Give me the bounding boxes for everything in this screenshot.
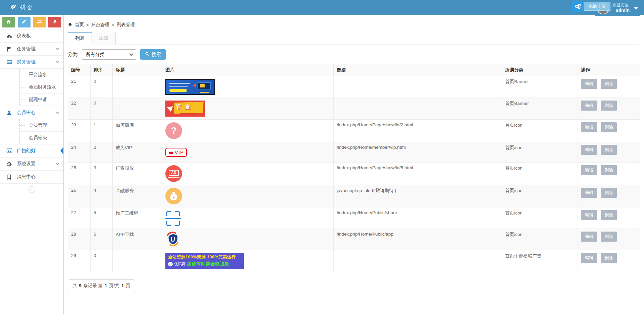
cell-id: 24 — [68, 142, 91, 163]
col-actions: 操作 — [578, 64, 640, 76]
tab-list[interactable]: 列表 — [68, 32, 92, 45]
finance-submenu: 平台流水 会员财务流水 提现申请 — [0, 68, 63, 106]
sidebar-item-dashboard[interactable]: 仪表板 — [0, 29, 63, 42]
sidebar-item-ad-slides[interactable]: 广告幻灯 — [0, 144, 63, 157]
cell-title: 成为VIP — [113, 142, 162, 163]
sidebar-item-label: 系统设置 — [17, 161, 52, 167]
edit-button[interactable]: 编辑 — [581, 165, 597, 175]
sidebar-item-finance[interactable]: 财务管理 — [0, 55, 63, 68]
sidebar-item-system-settings[interactable]: 系统设置 — [0, 157, 63, 170]
cell-link: /index.php/Home/Public/app — [334, 229, 502, 250]
chevron-down-icon — [129, 52, 133, 56]
breadcrumb-admin[interactable]: 后台管理 — [91, 22, 109, 28]
cell-id: 21 — [68, 76, 91, 98]
drag-upload-label[interactable]: 拖拽上传 — [584, 2, 610, 11]
cell-actions: 编辑 删除 — [578, 76, 640, 98]
edit-button[interactable]: 编辑 — [581, 210, 597, 220]
table-row: 25 3 广告投放 AD /index.php/Home/Page/show/i… — [68, 163, 640, 185]
breadcrumb-list-management[interactable]: 列表管理 — [117, 22, 135, 28]
chevron-down-icon — [56, 110, 59, 114]
leaf-logo-icon — [9, 3, 17, 12]
main-content: 首页 > 后台管理 > 列表管理 列表 添加 分类: 所有分类 搜索 编号 排序… — [64, 15, 644, 314]
member-submenu: 会员管理 会员等级 — [0, 119, 63, 144]
caret-down-icon[interactable] — [634, 7, 638, 9]
cell-actions: 编辑 删除 — [578, 207, 640, 229]
delete-button[interactable]: 删除 — [601, 79, 617, 89]
edit-button[interactable]: 编辑 — [581, 232, 597, 242]
sidebar-menu: 仪表板 任务管理 财务管理 平台流水 会员财务流水 提现申请 会员中心 — [0, 29, 63, 184]
pagination-text: 页 — [126, 283, 130, 288]
quick-notifications-button[interactable] — [48, 17, 61, 27]
edit-button[interactable]: 编辑 — [581, 188, 597, 198]
cell-category: 首页icon — [502, 120, 578, 142]
sidebar-item-tasks[interactable]: 任务管理 — [0, 42, 63, 55]
search-button[interactable]: 搜索 — [140, 49, 166, 60]
cell-link — [334, 76, 502, 98]
cell-link: /index.php/Home/member/vip.html — [334, 142, 502, 163]
home-icon — [68, 22, 72, 28]
col-category: 所属分类 — [502, 64, 578, 76]
quick-edit-button[interactable] — [18, 17, 31, 27]
users-icon — [37, 19, 42, 26]
cell-sort: 6 — [91, 229, 113, 250]
delete-button[interactable]: 删除 — [601, 210, 617, 220]
cell-actions: 编辑 删除 — [578, 229, 640, 250]
delete-button[interactable]: 删除 — [601, 253, 617, 263]
delete-button[interactable]: 删除 — [601, 232, 617, 242]
cell-id: 29 — [68, 250, 91, 272]
breadcrumb-home[interactable]: 首页 — [75, 22, 84, 28]
table-row: 24 2 成为VIP VIP /index.php/Home/member/vi… — [68, 142, 640, 163]
sidebar-item-label: 财务管理 — [17, 59, 52, 65]
pagination-current-page: 1 — [104, 283, 108, 288]
delete-button[interactable]: 删除 — [601, 145, 617, 155]
tab-bar: 列表 添加 — [67, 32, 639, 45]
pagination-text: 页/共 — [109, 283, 119, 288]
edit-button[interactable]: 编辑 — [581, 101, 597, 111]
question-circle-icon: ? — [165, 122, 182, 139]
sidebar-collapse-row: « — [0, 184, 63, 196]
sidebar-collapse-button[interactable]: « — [29, 186, 35, 193]
sidebar-item-member-center[interactable]: 会员中心 — [0, 106, 63, 119]
quick-users-button[interactable] — [33, 17, 46, 27]
breadcrumb-separator: > — [86, 22, 89, 27]
sidebar-item-label: 消息中心 — [17, 174, 59, 180]
cell-actions: 编辑 删除 — [578, 120, 640, 142]
table-row: 21 0 首页Banner 编辑 删除 — [68, 76, 640, 98]
cell-title: 金融服务 — [113, 185, 162, 207]
cell-id: 26 — [68, 185, 91, 207]
search-button-label: 搜索 — [152, 52, 161, 58]
drag-upload-widget[interactable]: 拖拽上传 — [572, 1, 610, 12]
cell-title: 如何赚佣 — [113, 120, 162, 142]
delete-button[interactable]: 删除 — [601, 165, 617, 175]
edit-button[interactable]: 编辑 — [581, 253, 597, 263]
gauge-icon — [6, 33, 12, 39]
cell-id: 22 — [68, 98, 91, 120]
edit-button[interactable]: 编辑 — [581, 79, 597, 89]
table-row: 28 6 APP下载 U /index.php/Home/Public/a — [68, 229, 640, 250]
filter-row: 分类: 所有分类 搜索 — [68, 49, 639, 60]
svg-text:¥: ¥ — [173, 195, 175, 199]
delete-button[interactable]: 删除 — [601, 188, 617, 198]
active-item-arrow — [60, 147, 63, 154]
delete-button[interactable]: 删除 — [601, 101, 617, 111]
col-id: 编号 — [68, 64, 91, 76]
cell-id: 23 — [68, 120, 91, 142]
quick-home-button[interactable] — [2, 17, 15, 27]
table-row: 29 0 全站资源100%亲测 100%完美运行 u 优码网 搭建有问题全额退款 — [68, 250, 640, 272]
brand-title: 抖金 — [20, 3, 33, 12]
pagination-text: 第 — [98, 283, 103, 288]
cloud-share-icon[interactable] — [572, 1, 584, 12]
brand[interactable]: 抖金 — [9, 0, 33, 15]
edit-button[interactable]: 编辑 — [581, 145, 597, 155]
pagination-total-pages: 1 — [121, 283, 125, 288]
cell-actions: 编辑 删除 — [578, 142, 640, 163]
tab-add[interactable]: 添加 — [92, 32, 116, 45]
sidebar-item-message-center[interactable]: 消息中心 — [0, 170, 63, 183]
cell-link: javascript:sp_alert('敬请期待') — [334, 185, 502, 207]
pencil-icon — [21, 19, 26, 25]
table-body: 21 0 首页Banner 编辑 删除 22 0 — [68, 76, 640, 272]
edit-button[interactable]: 编辑 — [581, 122, 597, 132]
category-select[interactable]: 所有分类 — [82, 49, 136, 60]
quick-buttons — [0, 15, 63, 29]
delete-button[interactable]: 删除 — [601, 122, 617, 132]
